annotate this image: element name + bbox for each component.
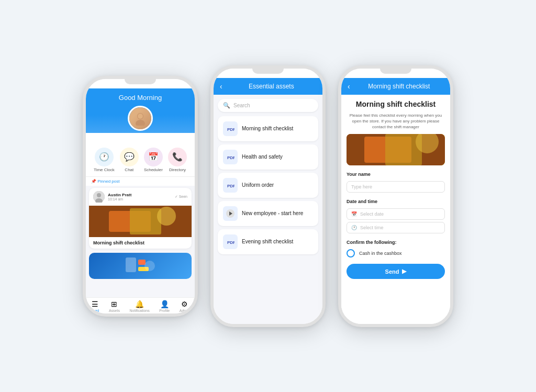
datetime-row: 📅 Select date 🕐 Select time (347, 208, 445, 233)
svg-point-9 (157, 207, 176, 226)
confirm-checkbox[interactable] (347, 249, 355, 257)
phone3-back-button[interactable]: ‹ (348, 82, 350, 91)
search-bar[interactable]: 🔍 Search (218, 99, 318, 112)
pinned-bar: 📌 Pinned post (86, 176, 195, 186)
search-icon: 🔍 (223, 102, 230, 109)
send-label: Send (385, 268, 399, 275)
back-button[interactable]: ‹ (220, 82, 222, 91)
select-date-placeholder: Select date (360, 211, 384, 217)
date-time-label: Date and time (347, 199, 445, 204)
profile-icon: 👤 (160, 300, 169, 308)
bottom-nav-feed[interactable]: ☰ Feed (91, 300, 99, 312)
pdf-svg-4: PDF (226, 238, 234, 246)
svg-text:PDF: PDF (227, 127, 234, 132)
checklist-image-svg (347, 134, 445, 165)
notch-3 (380, 69, 411, 74)
directory-label: Directory (169, 167, 186, 172)
bottom-nav-profile[interactable]: 👤 Profile (159, 300, 170, 312)
post-image-svg (89, 206, 192, 237)
post-header: Austin Pratt 10:14 am ✓ Seen (89, 188, 192, 206)
assets-label: Assets (109, 309, 120, 312)
phone3-content: ‹ Morning shift checklist Morning shift … (341, 78, 450, 324)
avatar-container (86, 106, 195, 131)
bottom-nav-assets[interactable]: ⊞ Assets (109, 300, 120, 312)
chat-label: Chat (125, 167, 133, 172)
your-name-placeholder: Type here (351, 184, 372, 189)
svg-point-1 (136, 120, 145, 126)
phone2-content: ‹ Essential assets 🔍 Search PDF Morning … (214, 78, 322, 324)
person-avatar-svg (133, 111, 148, 126)
nav-icons-row: 🕐 Time Clock 💬 Chat 📅 Scheduler 📞 Direct… (86, 133, 195, 176)
scheduler-label: Scheduler (144, 167, 163, 172)
phone-1: Good Morning 🕐 (83, 76, 198, 317)
nav-chat[interactable]: 💬 Chat (120, 148, 139, 172)
send-button[interactable]: Send ▶ (347, 264, 445, 279)
pinned-label: 📌 Pinned post (91, 179, 119, 184)
checklist-image (347, 134, 445, 165)
notch-1 (125, 79, 156, 84)
svg-text:PDF: PDF (227, 155, 234, 160)
your-name-input[interactable]: Type here (347, 181, 445, 193)
notch-bar-3 (341, 69, 450, 78)
post-card-1[interactable]: Austin Pratt 10:14 am ✓ Seen Morning shi… (89, 188, 192, 249)
notch-bar-2 (214, 69, 322, 78)
select-time-input[interactable]: 🕐 Select time (347, 222, 445, 233)
phone-2: ‹ Essential assets 🔍 Search PDF Morning … (210, 65, 326, 327)
asset-pdf-icon-1: PDF (223, 150, 238, 164)
svg-text:PDF: PDF (227, 240, 234, 245)
post-author-info: Austin Pratt 10:14 am (108, 193, 131, 201)
asset-item-2[interactable]: PDF Uniform order (218, 173, 318, 198)
asset-item-3[interactable]: New employee - start here (218, 201, 318, 226)
asset-pdf-icon-0: PDF (223, 121, 238, 136)
select-date-input[interactable]: 📅 Select date (347, 208, 445, 220)
checklist-title: Morning shift checklist (347, 100, 445, 108)
asset-item-0[interactable]: PDF Morning shift checklist (218, 116, 318, 141)
pdf-svg-2: PDF (226, 181, 234, 189)
phone-3: ‹ Morning shift checklist Morning shift … (338, 65, 453, 327)
post-avatar (93, 191, 105, 203)
post-author-name: Austin Pratt (108, 193, 131, 197)
chat-icon: 💬 (120, 148, 139, 166)
asset-label-3: New employee - start here (242, 210, 303, 216)
asset-item-4[interactable]: PDF Evening shift checklist (218, 229, 318, 254)
svg-rect-8 (130, 208, 161, 234)
select-time-placeholder: Select time (360, 225, 384, 230)
pdf-svg-0: PDF (226, 125, 234, 133)
svg-rect-11 (138, 260, 146, 265)
phone2-header: ‹ Essential assets (214, 78, 322, 95)
notifications-icon: 🔔 (135, 300, 144, 308)
bottom-nav: ☰ Feed ⊞ Assets 🔔 Notifications 👤 Profil… (86, 297, 195, 313)
send-arrow-icon: ▶ (402, 268, 406, 275)
nav-directory[interactable]: 📞 Directory (168, 148, 187, 172)
nav-time-clock[interactable]: 🕐 Time Clock (94, 148, 115, 172)
bottom-nav-admin[interactable]: ⚙ Admin (180, 300, 190, 312)
clock-icon: 🕐 (351, 225, 357, 230)
asset-label-1: Health and safety (242, 154, 283, 160)
nav-scheduler[interactable]: 📅 Scheduler (144, 148, 163, 172)
notifications-label: Notifications (130, 309, 150, 312)
your-name-label: Your name (347, 172, 445, 177)
profile-label: Profile (159, 309, 170, 312)
phone1-content: Good Morning 🕐 (86, 88, 195, 313)
feed-label: Feed (91, 309, 99, 312)
checklist-desc: Please feel this checklist every morning… (347, 113, 445, 130)
avatar (128, 106, 153, 131)
asset-label-4: Evening shift checklist (242, 239, 293, 244)
phone1-header: Good Morning (86, 88, 195, 133)
admin-label: Admin (180, 309, 190, 312)
scheduler-icon: 📅 (144, 148, 163, 166)
svg-point-13 (144, 261, 155, 271)
scene: Good Morning 🕐 (62, 44, 474, 348)
asset-play-icon-3 (223, 206, 238, 221)
bottom-nav-notifications[interactable]: 🔔 Notifications (130, 300, 150, 312)
phone2-title: Essential assets (227, 83, 316, 90)
notch-2 (252, 69, 284, 74)
pdf-svg-1: PDF (226, 153, 234, 161)
post-card-2[interactable] (89, 253, 192, 279)
asset-pdf-icon-2: PDF (223, 178, 238, 193)
post-time: 10:14 am (108, 197, 131, 201)
post2-svg (125, 255, 156, 276)
asset-item-1[interactable]: PDF Health and safety (218, 144, 318, 170)
phone3-header: ‹ Morning shift checklist (341, 78, 450, 95)
time-clock-label: Time Clock (94, 167, 115, 172)
